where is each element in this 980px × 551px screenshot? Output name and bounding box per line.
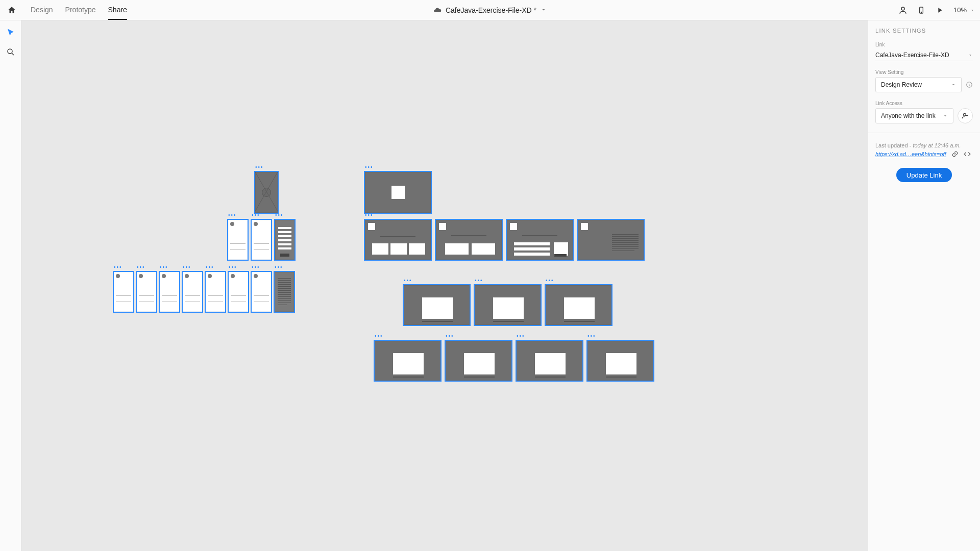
chevron-down-icon (943, 113, 948, 118)
flow-indicator-icon: ••• (404, 279, 412, 282)
flow-indicator-icon: ••• (229, 266, 237, 269)
svg-point-0 (901, 7, 904, 10)
divider (230, 243, 246, 244)
document-title: CafeJava-Exercise-File-XD * (446, 6, 536, 14)
flow-indicator-icon: ••• (252, 214, 260, 217)
view-setting-value: Design Review (881, 81, 922, 88)
chevron-down-icon (968, 53, 973, 58)
svg-point-3 (8, 49, 12, 54)
logo-dot-icon (162, 274, 166, 278)
logo-dot-icon (208, 274, 212, 278)
flow-indicator-icon: ••• (517, 335, 525, 338)
home-badge-icon (439, 223, 446, 230)
link-name-value: CafeJava-Exercise-File-XD (875, 52, 949, 59)
tab-prototype[interactable]: Prototype (65, 1, 96, 20)
flow-indicator-icon: ••• (446, 335, 454, 338)
canvas[interactable]: ••• ••• ••• ••• ••• ••• ••• ••• ••• ••• … (21, 20, 868, 551)
desktop-preview-icon[interactable] (935, 6, 944, 15)
select-tool-icon[interactable] (6, 28, 16, 38)
artboard-web-layout-2col[interactable] (435, 219, 503, 261)
artboard-web-card-1[interactable]: ••• (403, 284, 471, 326)
home-badge-icon (510, 223, 517, 230)
artboard-web-card-6[interactable]: ••• (516, 340, 583, 382)
link-icon[interactable] (951, 151, 959, 158)
artboard-web-text[interactable] (577, 219, 645, 261)
flow-indicator-icon: ••• (587, 335, 596, 338)
link-access-dropdown[interactable]: Anyone with the link (875, 108, 953, 123)
flow-indicator-icon: ••• (137, 266, 145, 269)
artboard-mobile-text[interactable]: ••• (274, 271, 295, 313)
artboard-mobile-list-2[interactable]: ••• (251, 219, 272, 261)
tab-design[interactable]: Design (31, 1, 53, 20)
view-setting-dropdown[interactable]: Design Review (875, 77, 962, 92)
flow-indicator-icon: ••• (228, 214, 237, 217)
artboard-web-card-7[interactable]: ••• (586, 340, 654, 382)
last-updated-prefix: Last updated - (875, 142, 913, 148)
user-add-icon (962, 112, 969, 119)
artboard-mobile-list-1[interactable]: ••• (227, 219, 249, 261)
last-updated-text: Last updated - today at 12:46 a.m. (875, 142, 973, 148)
flow-indicator-icon: ••• (275, 214, 284, 217)
chevron-down-icon (541, 6, 547, 14)
logo-dot-icon (254, 274, 258, 278)
share-url-link[interactable]: https://xd.ad…een&hints=off (875, 151, 946, 157)
embed-code-icon[interactable] (964, 151, 971, 158)
artboard-mobile-detail-4[interactable]: ••• (182, 271, 203, 313)
panel-heading: LINK SETTINGS (875, 28, 973, 34)
placeholder-cross-icon (255, 172, 278, 211)
link-access-value: Anyone with the link (881, 112, 936, 119)
artboard-mobile-detail-1[interactable]: ••• (113, 271, 134, 313)
tab-share[interactable]: Share (108, 1, 127, 20)
flow-indicator-icon: ••• (365, 214, 374, 217)
artboard-mobile-detail-2[interactable]: ••• (136, 271, 157, 313)
artboard-web-home[interactable]: ••• (364, 219, 432, 261)
flow-indicator-icon: ••• (375, 335, 383, 338)
artboard-mobile-detail-6[interactable]: ••• (228, 271, 249, 313)
chevron-down-icon (970, 8, 975, 13)
invite-user-button[interactable] (958, 108, 973, 123)
flow-indicator-icon: ••• (365, 166, 374, 169)
divider (254, 243, 269, 244)
logo-dot-icon (254, 222, 258, 226)
chevron-down-icon (951, 82, 956, 87)
logo-dot-icon (230, 222, 234, 226)
artboard-web-splash[interactable]: ••• (364, 171, 432, 214)
link-field-label: Link (875, 42, 973, 47)
flow-indicator-icon: ••• (252, 266, 260, 269)
flow-indicator-icon: ••• (160, 266, 168, 269)
update-link-button[interactable]: Update Link (896, 168, 952, 182)
artboard-mobile-detail-3[interactable]: ••• (159, 271, 180, 313)
artboard-web-card-3[interactable]: ••• (545, 284, 612, 326)
home-badge-icon (368, 223, 375, 230)
zoom-tool-icon[interactable] (6, 47, 16, 57)
zoom-dropdown[interactable]: 10% (953, 6, 975, 14)
artboard-web-card-2[interactable]: ••• (474, 284, 542, 326)
artboard-mobile-detail-5[interactable]: ••• (205, 271, 226, 313)
cloud-icon (433, 6, 442, 14)
view-setting-label: View Setting (875, 69, 973, 75)
home-icon[interactable] (7, 6, 16, 15)
flow-indicator-icon: ••• (206, 266, 214, 269)
last-updated-value: today at 12:46 a.m. (913, 142, 961, 148)
artboard-mobile-menu[interactable]: ••• (274, 219, 296, 261)
artboard-mobile-detail-7[interactable]: ••• (251, 271, 272, 313)
account-icon[interactable] (898, 6, 908, 15)
zoom-value: 10% (953, 6, 967, 14)
document-title-area[interactable]: CafeJava-Exercise-File-XD * (433, 6, 547, 14)
mode-tabs: Design Prototype Share (31, 1, 127, 20)
artboard-web-form[interactable] (506, 219, 574, 261)
flow-indicator-icon: ••• (183, 266, 191, 269)
info-icon[interactable] (966, 81, 973, 88)
flow-indicator-icon: ••• (275, 266, 283, 269)
artboard-web-card-5[interactable]: ••• (445, 340, 512, 382)
divider (230, 249, 246, 250)
app-topbar: Design Prototype Share CafeJava-Exercise… (0, 0, 980, 20)
mobile-preview-icon[interactable] (917, 6, 926, 15)
artboard-mobile-splash[interactable]: ••• (254, 171, 279, 214)
flow-indicator-icon: ••• (255, 166, 264, 169)
link-name-dropdown[interactable]: CafeJava-Exercise-File-XD (875, 49, 973, 61)
link-settings-panel: LINK SETTINGS Link CafeJava-Exercise-Fil… (868, 20, 980, 551)
topbar-right: 10% (898, 6, 975, 15)
artboard-web-card-4[interactable]: ••• (374, 340, 442, 382)
home-badge-icon (581, 223, 588, 230)
